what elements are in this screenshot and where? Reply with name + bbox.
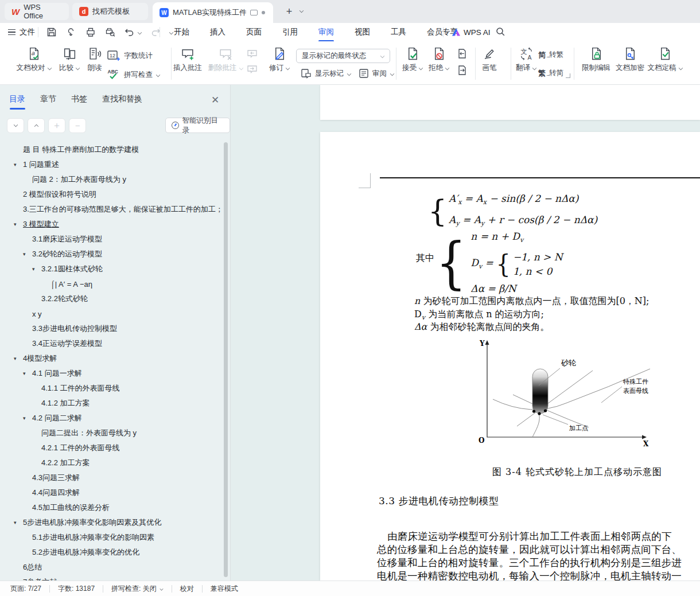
sidebar-tab-目录[interactable]: 目录 [9,94,25,110]
smart-toc-button[interactable]: 智能识别目录 [165,118,230,133]
proofread-button[interactable]: 校对 [180,584,194,594]
sidebar-tab-章节[interactable]: 章节 [40,94,56,110]
review-pane-button[interactable]: 审阅 [359,68,394,79]
delete-comment-button[interactable]: 删除批注 [205,46,246,73]
toc-expand-button[interactable] [7,118,24,133]
collapse-arrow-icon[interactable]: ▾ [14,221,23,227]
next-change-button[interactable] [457,65,468,76]
menu-item-开始[interactable]: 开始 [169,23,194,41]
toc-item[interactable]: x y [0,306,224,321]
toc-item[interactable]: 题 目 特殊工件磨削加工的数学建模 [0,142,224,157]
page-indicator[interactable]: 页面: 7/27 [10,584,41,594]
toc-item[interactable]: 4.2.1 工件的外表面母线 [0,441,224,455]
spellcheck-indicator[interactable]: 拼写检查: 关闭 [111,584,164,594]
toc-item[interactable]: ▾3.2.1圆柱体式砂轮 [0,262,224,276]
toc-item[interactable]: 问题二提出：外表面母线为 y [0,426,224,441]
toc-item[interactable]: 2 模型假设和符号说明 [0,187,224,202]
print-button[interactable] [85,26,96,38]
encrypt-button[interactable]: 文档加密 [610,46,650,73]
toc-item[interactable]: 4.1.1 工件的外表面母线 [0,381,224,396]
sidebar-tab-查找和替换[interactable]: 查找和替换 [102,94,142,110]
finalize-button[interactable]: 文档定稿 [645,46,685,73]
toc-item[interactable]: ▾5步进电机脉冲频率变化影响因素及其优化 [0,515,224,530]
collapse-arrow-icon[interactable]: ▾ [32,266,41,272]
word-count-indicator[interactable]: 字数: 13187 [58,584,95,594]
toc-item[interactable]: 5.1步进电机脉冲频率变化的影响因素 [0,530,224,545]
toc-item[interactable]: ▾3 模型建立 [0,217,224,232]
tab-document-active[interactable]: W MATLAB实现特殊工件磨削加 [153,2,273,23]
menu-item-审阅[interactable]: 审阅 [314,23,339,41]
undo-button[interactable] [124,26,135,38]
toc-item[interactable]: 6总结 [0,560,224,575]
reject-button[interactable]: 拒绝 [419,46,459,73]
toc-item[interactable]: 4.2.2 加工方案 [0,455,224,470]
close-sidebar-icon[interactable]: ✕ [211,94,219,106]
previous-comment-button[interactable] [247,49,259,59]
search-button[interactable] [496,27,505,37]
previous-change-button[interactable] [457,48,468,59]
toc-item[interactable]: 3.3步进电机传动控制模型 [0,321,224,336]
sidebar-scrollbar[interactable] [224,142,228,577]
toc-collapse-button[interactable] [28,118,45,133]
toc-item[interactable]: 问题 2：加工外表面母线为 y [0,172,224,187]
menu-item-工具[interactable]: 工具 [386,23,411,41]
file-menu-button[interactable]: 文件 [8,23,35,41]
next-comment-button[interactable] [247,65,259,75]
toc-item[interactable]: 3.1磨床逆运动学模型 [0,232,224,247]
spell-check-button[interactable]: ABC 拼写检查 [107,68,160,81]
where-label: 其中 [416,252,434,264]
ink-pen-button[interactable]: 画笔 [469,46,510,73]
docer-icon: d [79,7,88,16]
collapse-arrow-icon[interactable]: ▾ [14,356,23,361]
toc-item[interactable]: ▾4模型求解 [0,351,224,366]
doc-proof-button[interactable]: a 文档校对 [14,46,54,73]
tab-docer[interactable]: d 找稻壳模板 [72,3,148,20]
menu-item-插入[interactable]: 插入 [205,23,230,41]
undo-chevron-icon[interactable] [138,30,142,34]
toc-item[interactable]: ⌠| A′ = A −aη [0,276,224,291]
group-expand-icon[interactable] [566,73,570,78]
toc-item[interactable]: 3.4正运动学误差模型 [0,336,224,351]
menu-item-引用[interactable]: 引用 [278,23,302,41]
collapse-arrow-icon[interactable]: ▾ [23,371,32,376]
to-traditional-button[interactable]: 简→ 转繁 [538,50,563,60]
toc-item[interactable]: 3.2.2轮式砂轮 [0,291,224,306]
toc-item[interactable]: ▾3.2砂轮的运动学模型 [0,247,224,262]
toc-zoom-in-button[interactable]: ＋ [48,118,65,133]
track-changes-button[interactable]: 修订 [259,46,300,73]
toc-item-label: 4.5加工曲线的误差分析 [32,502,110,513]
document-canvas[interactable]: { A′x = Ax − sin(β / 2 − nΔα) Ay = Ay + … [231,85,700,581]
toc-item[interactable]: 4.1.2 加工方案 [0,396,224,411]
tab-wps-office[interactable]: W WPS Office [5,3,69,20]
toc-item[interactable]: 3.三工作台的可移动范围足够大，能保证被加工工件的加工； [0,202,224,217]
menu-item-视图[interactable]: 视图 [350,23,375,41]
toc-item[interactable]: 4.4问题四求解 [0,485,224,500]
collapse-arrow-icon[interactable]: ▾ [14,162,23,167]
toc-zoom-out-button[interactable]: － [69,118,86,133]
menu-item-页面[interactable]: 页面 [242,23,266,41]
tab-list-chevron-icon[interactable] [300,9,304,13]
show-markup-button[interactable]: 显示标记 [301,68,351,79]
output-pdf-button[interactable] [65,26,77,38]
insert-comment-button[interactable]: 插入批注 [168,46,208,73]
print-preview-button[interactable] [104,26,116,38]
sidebar-tab-书签[interactable]: 书签 [71,94,87,110]
toc-item[interactable]: ▾4.2 问题二求解 [0,411,224,426]
compat-mode-indicator[interactable]: 兼容模式 [211,584,238,594]
new-tab-button[interactable]: + [282,5,296,18]
word-count-button[interactable]: 12 字数统计 [107,50,153,61]
toc-item[interactable]: 4.3问题三求解 [0,470,224,485]
toc-item[interactable]: ▾4.1 问题一求解 [0,366,224,381]
collapse-arrow-icon[interactable]: ▾ [23,415,32,421]
collapse-arrow-icon[interactable]: ▾ [23,251,32,257]
collapse-arrow-icon[interactable]: ▾ [14,520,23,525]
to-simplified-button[interactable]: 繁→ 转简 [538,68,563,78]
toc-item[interactable]: ▾1 问题重述 [0,157,224,172]
document-page[interactable]: { A′x = Ax − sin(β / 2 − nΔα) Ay = Ay + … [320,132,700,581]
toc-item-label: 4.1 问题一求解 [32,368,82,379]
toc-item[interactable]: 5.2步进电机脉冲频率变化的优化 [0,545,224,560]
save-button[interactable] [46,26,57,38]
wps-ai-button[interactable]: WPS AI [452,23,491,41]
markup-state-select[interactable]: 显示标记的最终状态 [296,49,390,63]
toc-item[interactable]: 4.5加工曲线的误差分析 [0,500,224,515]
